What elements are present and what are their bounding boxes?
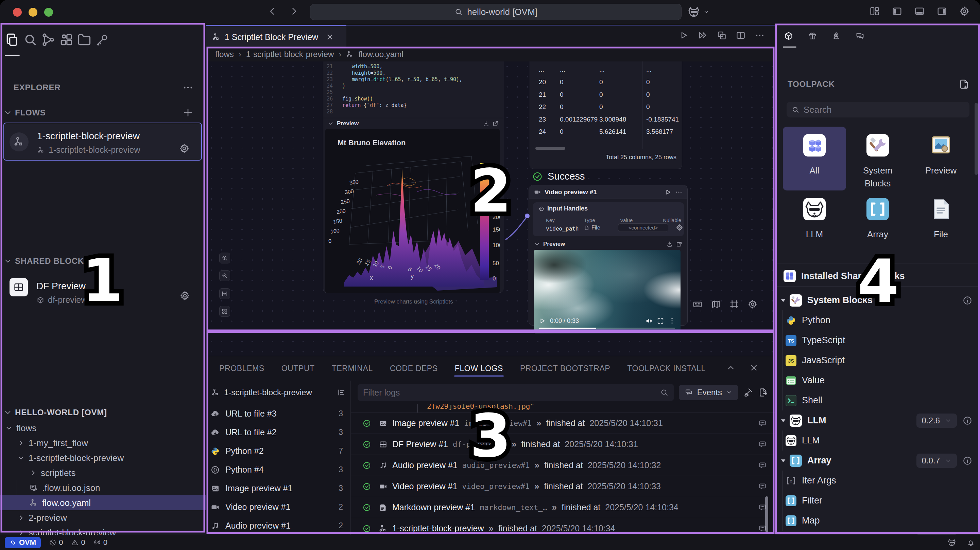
add-flow-button[interactable] bbox=[182, 107, 194, 119]
tree-row[interactable]: flows bbox=[0, 421, 206, 436]
zoom-in-button[interactable] bbox=[219, 253, 230, 263]
minimap-button[interactable] bbox=[711, 299, 721, 309]
search-tab-icon[interactable] bbox=[23, 32, 38, 47]
toolpack-tile[interactable]: File bbox=[909, 190, 972, 254]
log-entry-row[interactable]: Markdown preview #1 markdown_text_… » fi… bbox=[351, 497, 775, 518]
log-group-row[interactable]: URL to file #3 3 bbox=[206, 404, 350, 423]
caret-icon[interactable] bbox=[780, 457, 787, 464]
version-dropdown[interactable]: 0.0.7 bbox=[916, 453, 957, 468]
installed-tree-row[interactable]: TS TypeScript bbox=[775, 330, 980, 350]
flow-tab-icon[interactable] bbox=[41, 32, 56, 47]
log-entry-row[interactable]: Image preview #1 image_preview#1 » finis… bbox=[351, 413, 775, 434]
handle-settings-icon[interactable] bbox=[676, 224, 683, 231]
toolpack-tile[interactable]: Array bbox=[846, 190, 909, 254]
installed-tree-row[interactable]: Array 0.0.7 bbox=[775, 450, 980, 471]
open-external-icon[interactable] bbox=[492, 120, 499, 127]
zoom-out-button[interactable] bbox=[219, 270, 230, 281]
log-group-row[interactable]: Audio preview #1 2 bbox=[206, 517, 350, 535]
tree-row[interactable]: flow.oo.yaml bbox=[0, 495, 206, 510]
installed-tree-row[interactable]: LLM 0.2.6 bbox=[775, 411, 980, 431]
workspace-search-bar[interactable]: hello-world [OVM] bbox=[310, 4, 681, 20]
deploy-tab-icon[interactable] bbox=[829, 29, 843, 43]
download-icon[interactable] bbox=[483, 120, 490, 127]
scriptlet-node[interactable]: 21 width=500, 22 height=500, 23 ma bbox=[323, 62, 503, 293]
flows-section-header[interactable]: FLOWS bbox=[0, 107, 206, 119]
info-icon[interactable] bbox=[963, 456, 972, 466]
video-menu-button[interactable] bbox=[668, 317, 676, 325]
fullscreen-button[interactable] bbox=[657, 317, 664, 325]
layout-grid-button[interactable] bbox=[869, 6, 880, 17]
secrets-tab-icon[interactable] bbox=[95, 32, 110, 47]
node-menu-button[interactable] bbox=[675, 189, 682, 196]
grid-layout-button[interactable] bbox=[219, 306, 230, 317]
flow-canvas[interactable]: 21 width=500, 22 height=500, 23 ma bbox=[206, 62, 775, 356]
remote-indicator[interactable]: OVM bbox=[5, 537, 41, 548]
handle-value[interactable]: <connected> bbox=[618, 223, 668, 232]
notifications-bell-icon[interactable] bbox=[966, 538, 975, 547]
shared-blocks-header[interactable]: SHARED BLOCKS bbox=[0, 256, 206, 266]
installed-tree-row[interactable]: LLM bbox=[775, 431, 980, 450]
chat-tab-icon[interactable] bbox=[853, 29, 867, 43]
breadcrumb[interactable]: flows › 1-scriptlet-block-preview › flow… bbox=[206, 47, 775, 62]
workspace-header[interactable]: HELLO-WORLD [OVM] bbox=[0, 408, 206, 417]
warnings-indicator[interactable]: 0 bbox=[71, 538, 85, 547]
play-button[interactable] bbox=[538, 317, 546, 325]
log-group-row[interactable]: Image preview #1 3 bbox=[206, 479, 350, 498]
run-node-button[interactable] bbox=[664, 189, 672, 196]
zoom-window-button[interactable] bbox=[44, 8, 53, 17]
tree-row[interactable]: 1-my_first_flow bbox=[0, 436, 206, 450]
maximize-panel-icon[interactable] bbox=[726, 363, 736, 372]
panel-tab[interactable]: TERMINAL bbox=[331, 358, 374, 379]
info-icon[interactable] bbox=[963, 295, 972, 306]
run-all-button[interactable] bbox=[697, 30, 708, 40]
toolpack-tab-icon[interactable] bbox=[781, 29, 796, 43]
comment-icon[interactable] bbox=[758, 461, 767, 470]
errors-indicator[interactable]: 0 bbox=[49, 538, 63, 547]
toggle-left-panel-button[interactable] bbox=[892, 6, 902, 17]
breadcrumb-item[interactable]: flows bbox=[215, 49, 234, 59]
tree-row[interactable]: 2-preview bbox=[0, 510, 206, 525]
code-editor[interactable]: 21 width=500, 22 height=500, 23 ma bbox=[323, 62, 503, 119]
flow-log-source[interactable]: 1-scriptlet-block-preview bbox=[224, 388, 312, 397]
comment-icon[interactable] bbox=[758, 440, 767, 449]
video-node-header[interactable]: Video preview #1 bbox=[529, 185, 687, 199]
volume-button[interactable] bbox=[645, 317, 653, 325]
installed-tree-row[interactable]: JS JavaScript bbox=[775, 350, 980, 370]
tree-row[interactable]: .flow.ui.oo.json bbox=[0, 480, 206, 495]
tree-row[interactable]: scriptlets bbox=[0, 466, 206, 480]
video-progress-bar[interactable] bbox=[539, 328, 675, 329]
panel-tab[interactable]: FLOW LOGS bbox=[454, 358, 504, 379]
folder-tab-icon[interactable] bbox=[77, 32, 92, 47]
video-preview-header[interactable]: Preview bbox=[534, 241, 682, 247]
new-toolpack-button[interactable] bbox=[958, 78, 970, 90]
vertical-scrollbar[interactable] bbox=[765, 496, 768, 532]
video-player[interactable]: 0:00 / 0:33 bbox=[534, 250, 681, 333]
export-logs-button[interactable] bbox=[758, 387, 768, 398]
run-flow-button[interactable] bbox=[678, 30, 689, 40]
comment-icon[interactable] bbox=[758, 482, 767, 491]
caret-icon[interactable] bbox=[780, 297, 787, 304]
shared-item-settings-icon[interactable] bbox=[180, 290, 190, 301]
canvas-settings-button[interactable] bbox=[748, 299, 758, 309]
keyboard-shortcuts-button[interactable] bbox=[692, 299, 703, 309]
toolpack-search-input[interactable]: Search bbox=[787, 102, 969, 117]
log-entry-row[interactable]: Video preview #1 video_preview#1 » finis… bbox=[351, 476, 775, 497]
close-window-button[interactable] bbox=[13, 8, 22, 17]
installed-tree-row[interactable]: Filter bbox=[775, 491, 980, 510]
ports-indicator[interactable]: 0 bbox=[94, 538, 107, 547]
editor-tab[interactable]: 1 Scriptlet Block Preview bbox=[206, 25, 346, 48]
info-icon[interactable] bbox=[963, 415, 972, 426]
installed-tree-row[interactable]: Preview 0.0.2 bbox=[775, 531, 980, 535]
close-tab-icon[interactable] bbox=[326, 33, 334, 41]
comment-icon[interactable] bbox=[758, 419, 767, 428]
log-group-row[interactable]: Python #4 3 bbox=[206, 460, 350, 479]
log-group-row[interactable]: Python #2 7 bbox=[206, 442, 350, 460]
breadcrumb-item[interactable]: flow.oo.yaml bbox=[358, 49, 403, 59]
panel-tab[interactable]: OUTPUT bbox=[281, 358, 315, 379]
log-group-row[interactable]: URL to file #2 3 bbox=[206, 423, 350, 442]
log-entry-row[interactable]: Audio preview #1 audio_preview#1 » finis… bbox=[351, 455, 775, 476]
df-preview-node[interactable]: 4 8.815617 18.3516 46.71704 ... ... ... … bbox=[530, 62, 682, 169]
blocks-tab-icon[interactable] bbox=[59, 32, 74, 47]
split-editor-button[interactable] bbox=[736, 30, 746, 40]
minimize-window-button[interactable] bbox=[29, 8, 37, 17]
